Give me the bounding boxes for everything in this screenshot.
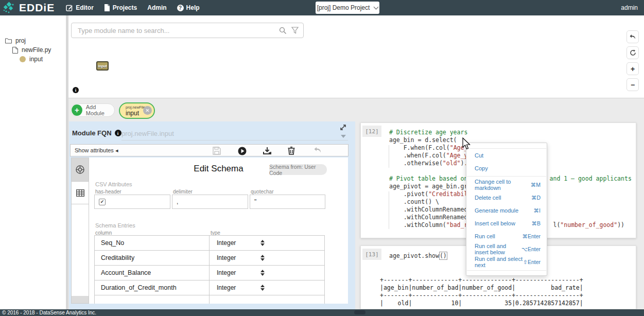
cell-index: [13] bbox=[362, 249, 381, 260]
menu-item-copy[interactable]: Copy bbox=[466, 162, 547, 174]
cell-13-output: +-------+-------------+--------------+--… bbox=[380, 276, 583, 309]
menu-item-run-cell[interactable]: Run cell⌘Enter bbox=[466, 230, 547, 242]
cell-13-code[interactable]: age_pivot.show() bbox=[389, 252, 447, 260]
table-icon bbox=[76, 189, 84, 197]
menu-item-shortcut: ⇧Enter bbox=[523, 259, 541, 265]
nav-item-label: Projects bbox=[113, 4, 137, 11]
schema-entry-row: Account_BalanceInteger bbox=[94, 266, 325, 280]
dropdown-caret-icon[interactable] bbox=[341, 135, 346, 138]
refresh-icon bbox=[630, 49, 636, 56]
search-icon[interactable] bbox=[279, 27, 287, 34]
scrollbar-thumb[interactable] bbox=[354, 310, 365, 314]
show-attributes-toggle[interactable]: Show attributes ◂ bbox=[75, 147, 118, 154]
fqn-underline bbox=[121, 140, 348, 141]
edit-icon bbox=[66, 4, 73, 11]
quotechar-label: quotechar bbox=[251, 189, 273, 195]
add-module-button[interactable]: + Add Module bbox=[71, 103, 115, 117]
menu-item-shortcut: ⌘D bbox=[531, 195, 541, 201]
menu-item-change-cell-to-markdown[interactable]: Change cell to markdown⌘M bbox=[466, 178, 547, 191]
schema-column-value[interactable] bbox=[94, 295, 210, 304]
undo-button[interactable] bbox=[626, 30, 639, 43]
run-icon[interactable] bbox=[238, 147, 247, 155]
module-tab-input[interactable]: proj.newFile input ✕ bbox=[119, 102, 155, 119]
tab-table-view[interactable] bbox=[72, 181, 89, 204]
tree-item-newfile[interactable]: newFile.py bbox=[12, 46, 51, 54]
tree-item-label: input bbox=[29, 56, 43, 63]
menu-divider bbox=[467, 270, 546, 271]
tree-item-proj[interactable]: proj bbox=[5, 37, 26, 44]
delimiter-label: delimiter bbox=[173, 189, 193, 195]
copyright-text: © 2016 - 2018 - DataSense Analytics Inc. bbox=[2, 310, 96, 315]
canvas-node-input[interactable]: input bbox=[96, 61, 109, 71]
globe-icon bbox=[76, 165, 84, 174]
has-header-checkbox[interactable]: ✔ bbox=[99, 199, 106, 205]
expand-icon[interactable] bbox=[340, 124, 346, 131]
menu-item-shortcut: ⌘I bbox=[534, 207, 541, 214]
undo-icon[interactable] bbox=[314, 147, 322, 153]
schema-type-select[interactable]: Integer bbox=[209, 265, 325, 280]
tree-item-input[interactable]: input bbox=[20, 56, 43, 63]
delimiter-field[interactable]: , bbox=[172, 195, 248, 209]
nav-item-editor[interactable]: Editor bbox=[66, 4, 94, 11]
search-input[interactable] bbox=[72, 27, 279, 34]
user-menu[interactable]: admin bbox=[621, 0, 638, 15]
schema-entries-table: Seq_NoIntegerCreditabilityIntegerAccount… bbox=[94, 236, 325, 304]
module-search bbox=[71, 23, 304, 38]
menu-item-delete-cell[interactable]: Delete cell⌘D bbox=[466, 191, 547, 204]
schema-type-select[interactable]: Integer bbox=[209, 235, 325, 251]
context-menu: CutCopyChange cell to markdown⌘MDelete c… bbox=[466, 143, 547, 276]
help-icon: ? bbox=[177, 5, 184, 11]
menu-item-insert-cell-below[interactable]: Insert cell below⌘B bbox=[466, 217, 547, 230]
mouse-cursor bbox=[462, 137, 471, 150]
nav-item-projects[interactable]: Projects bbox=[104, 4, 137, 11]
type-spinner-icon[interactable] bbox=[260, 255, 265, 261]
nav-item-admin[interactable]: Admin bbox=[147, 4, 166, 11]
schema-type-select[interactable]: Integer bbox=[209, 250, 325, 266]
schema-entry-row: CreditabilityInteger bbox=[94, 251, 325, 266]
menu-item-run-cell-and-select-next[interactable]: Run cell and select next⇧Enter bbox=[466, 255, 547, 268]
menu-item-cut[interactable]: Cut bbox=[466, 149, 547, 162]
schema-column-value[interactable]: Account_Balance bbox=[94, 265, 210, 280]
menu-item-label: Run cell and insert below bbox=[475, 243, 521, 255]
close-icon[interactable]: ✕ bbox=[143, 106, 152, 115]
module-fqn-value[interactable]: proj.newFile.input bbox=[121, 130, 174, 137]
nav-item-label: Editor bbox=[76, 4, 94, 11]
type-spinner-icon[interactable] bbox=[260, 270, 265, 276]
tree-divider bbox=[66, 15, 68, 309]
project-selector[interactable]: [proj] Demo Project bbox=[316, 2, 379, 14]
menu-item-label: Copy bbox=[475, 165, 488, 171]
trash-icon[interactable] bbox=[288, 147, 295, 155]
menu-item-shortcut: ⌘M bbox=[531, 182, 541, 188]
schema-column-value[interactable]: Creditability bbox=[94, 250, 210, 266]
schema-column-value[interactable]: Duration_of_Credit_month bbox=[94, 280, 210, 295]
schema-editor: Edit Schema Schema from: User Code CSV A… bbox=[89, 157, 348, 304]
type-spinner-icon[interactable] bbox=[260, 285, 265, 291]
save-icon[interactable] bbox=[213, 147, 221, 155]
menu-divider bbox=[467, 176, 546, 177]
quotechar-field[interactable]: " bbox=[250, 195, 325, 209]
refresh-button[interactable] bbox=[626, 46, 639, 59]
schema-column-value[interactable]: Seq_No bbox=[94, 235, 210, 251]
module-toolbar: Show attributes ◂ bbox=[70, 144, 349, 156]
download-icon[interactable] bbox=[263, 147, 271, 155]
add-module-label: Add Module bbox=[86, 104, 114, 116]
tree-item-label: proj bbox=[15, 37, 26, 44]
schema-type-select[interactable] bbox=[209, 295, 325, 304]
brand-title: EDDiE bbox=[19, 2, 55, 14]
schema-source-badge: Schema from: User Code bbox=[269, 164, 327, 175]
zoom-out-button[interactable]: − bbox=[626, 78, 639, 91]
nav-item-label: Help bbox=[186, 4, 200, 11]
zoom-in-button[interactable]: + bbox=[626, 62, 639, 75]
schema-type-select[interactable]: Integer bbox=[209, 280, 325, 295]
filter-icon[interactable] bbox=[291, 27, 299, 34]
tab-strip-footer bbox=[72, 296, 89, 303]
context-menu-items: CutCopyChange cell to markdown⌘MDelete c… bbox=[466, 149, 547, 268]
module-tab-label: input bbox=[126, 110, 139, 117]
nav-item-help[interactable]: ? Help bbox=[177, 4, 200, 11]
schema-entry-row: Seq_NoInteger bbox=[94, 236, 325, 251]
menu-item-label: Insert cell below bbox=[475, 220, 515, 226]
menu-item-run-cell-and-insert-below[interactable]: Run cell and insert below⌥Enter bbox=[466, 242, 547, 255]
type-spinner-icon[interactable] bbox=[260, 240, 265, 246]
tab-graph-view[interactable] bbox=[72, 158, 89, 181]
menu-item-generate-module[interactable]: Generate module⌘I bbox=[466, 204, 547, 217]
